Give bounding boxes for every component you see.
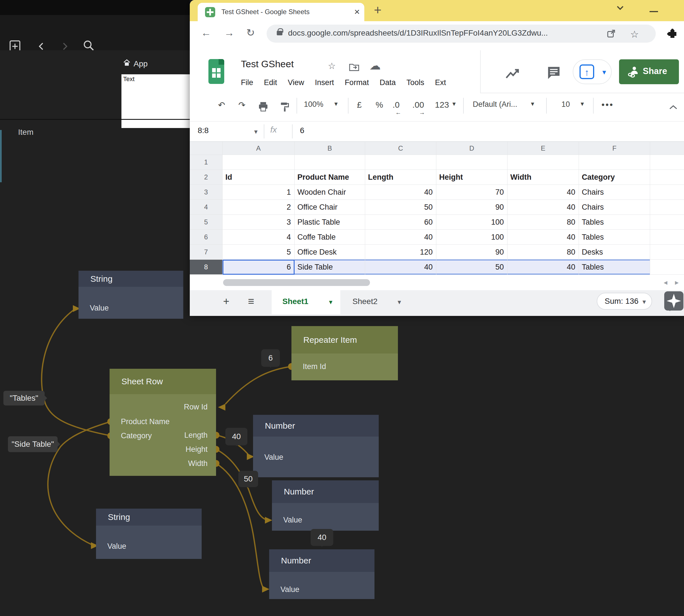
nav-reload-icon[interactable]: ↻ [246,27,255,39]
cell-F3[interactable]: Chairs [579,185,650,200]
star-document-icon[interactable]: ☆ [328,61,336,71]
menu-format[interactable]: Format [345,78,369,87]
sum-status[interactable]: Sum: 136 ▾ [597,293,652,310]
cell-D6[interactable]: 100 [436,230,507,245]
cell-F2[interactable]: Category [579,170,650,185]
sheet2-tab[interactable]: Sheet2 [352,297,378,306]
col-header-D[interactable]: D [436,142,507,155]
col-header-A[interactable]: A [223,142,295,155]
cell-E3[interactable]: 40 [507,185,579,200]
nav-forward-icon[interactable]: → [224,27,234,39]
toolbar-more-icon[interactable]: ••• [601,100,614,110]
cell-C1[interactable] [365,155,436,170]
cell-blank-7[interactable] [650,245,684,260]
cell-blank-1[interactable] [650,155,684,170]
cell-E6[interactable]: 40 [507,230,579,245]
port-value[interactable]: Value [272,514,379,526]
cell-C2[interactable]: Length [365,170,436,185]
cell-B6[interactable]: Coffe Table [295,230,365,245]
node-repeater-item[interactable]: Repeater ItemItem Id [292,326,398,380]
cell-A8[interactable]: 6 [223,260,295,274]
paint-format-icon[interactable] [279,101,290,114]
window-minimize-icon[interactable] [649,9,659,14]
formula-input[interactable]: 6 [300,126,304,135]
col-header-B[interactable]: B [295,142,365,155]
node-string[interactable]: StringValue [78,271,183,319]
cell-A4[interactable]: 2 [223,200,295,215]
menu-ext[interactable]: Ext [435,78,446,87]
extensions-puzzle-icon[interactable] [666,28,678,41]
row-header-6[interactable]: 6 [190,230,223,245]
font-size-select[interactable]: 10 [562,100,570,109]
sheet2-caret-icon[interactable]: ▾ [397,298,401,306]
grid-corner[interactable] [190,142,223,155]
port-height[interactable]: Height [110,444,216,455]
port-value[interactable]: Value [78,302,183,314]
cell-C8[interactable]: 40 [365,260,436,274]
cell-D7[interactable]: 90 [436,245,507,260]
font-caret-icon[interactable]: ▾ [531,100,534,108]
node-sheet-row[interactable]: Sheet RowRow IdProduct NameCategoryLengt… [110,369,216,476]
cell-B1[interactable] [295,155,365,170]
increase-decimal-button[interactable]: .00 [412,100,424,110]
document-title[interactable]: Test GSheet [241,59,294,69]
row-header-2[interactable]: 2 [190,170,223,185]
scroll-right-icon[interactable]: ▸ [675,278,679,287]
undo-icon[interactable]: ↶ [218,100,225,110]
new-tab-button[interactable]: + [374,2,382,18]
cell-blank-5[interactable] [650,215,684,230]
cell-F7[interactable]: Desks [579,245,650,260]
menu-view[interactable]: View [288,78,304,87]
more-formats-button[interactable]: 123 [435,100,449,110]
cell-E1[interactable] [507,155,579,170]
cell-E8[interactable]: 40 [507,260,579,274]
move-folder-icon[interactable] [348,63,360,74]
menu-file[interactable]: File [241,78,253,87]
cell-B8[interactable]: Side Table [295,260,365,274]
cell-B7[interactable]: Office Desk [295,245,365,260]
cell-B4[interactable]: Office Chair [295,200,365,215]
col-header-E[interactable]: E [507,142,579,155]
row-header-3[interactable]: 3 [190,185,223,200]
cell-B5[interactable]: Plastic Table [295,215,365,230]
cell-blank-4[interactable] [650,200,684,215]
cell-A2[interactable]: Id [223,170,295,185]
font-size-caret-icon[interactable]: ▾ [580,100,584,108]
cell-A6[interactable]: 4 [223,230,295,245]
scroll-left-icon[interactable]: ◂ [664,278,667,287]
nav-back-icon[interactable]: ← [201,27,211,39]
print-icon[interactable] [257,101,269,114]
all-sheets-icon[interactable]: ≡ [248,295,254,307]
port-value[interactable]: Value [253,452,379,463]
decrease-decimal-button[interactable]: .0 [392,100,400,110]
cell-blank-6[interactable] [650,230,684,245]
cell-A5[interactable]: 3 [223,215,295,230]
node-number[interactable]: NumberValue [253,415,379,477]
horizontal-scrollbar[interactable] [223,279,370,286]
cell-D3[interactable]: 70 [436,185,507,200]
cell-B3[interactable]: Wooden Chair [295,185,365,200]
cell-A3[interactable]: 1 [223,185,295,200]
cell-blank-3[interactable] [650,185,684,200]
percent-format-button[interactable]: % [375,100,383,110]
cell-C7[interactable]: 120 [365,245,436,260]
cell-F6[interactable]: Tables [579,230,650,245]
row-header-4[interactable]: 4 [190,200,223,215]
cell-A7[interactable]: 5 [223,245,295,260]
port-product-name[interactable]: Product Name [110,416,216,427]
cell-E7[interactable]: 80 [507,245,579,260]
menu-insert[interactable]: Insert [315,78,334,87]
row-header-7[interactable]: 7 [190,245,223,260]
browser-tab[interactable]: Test GSheet - Google Sheets × [198,3,364,21]
address-bar[interactable]: docs.google.com/spreadsheets/d/1D3IRuxIl… [267,25,656,43]
currency-format-button[interactable]: £ [357,100,362,110]
row-header-8[interactable]: 8 [190,260,223,274]
cell-D4[interactable]: 90 [436,200,507,215]
menu-edit[interactable]: Edit [264,78,277,87]
name-box[interactable]: 8:8 [198,126,209,135]
cell-blank-2[interactable] [650,170,684,185]
present-button[interactable]: ↑ ▾ [573,59,612,84]
cell-blank-8[interactable] [650,260,684,274]
cell-D8[interactable]: 50 [436,260,507,274]
collapse-toolbar-icon[interactable] [668,103,678,112]
